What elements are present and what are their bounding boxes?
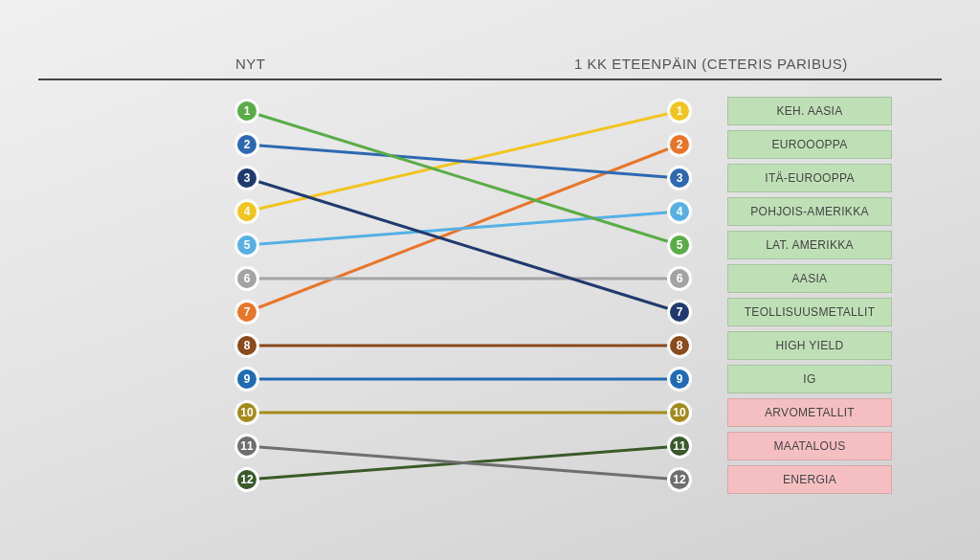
rank-node-left: 2 xyxy=(234,132,259,157)
rank-node-right: 5 xyxy=(667,233,692,258)
header-left: NYT xyxy=(235,56,266,72)
category-label: EUROOOPPA xyxy=(727,130,892,159)
category-label: MAATALOUS xyxy=(727,432,892,460)
rank-node-right: 7 xyxy=(667,300,692,325)
category-label: ENERGIA xyxy=(727,465,892,494)
rank-node-right: 6 xyxy=(667,266,692,291)
category-label: ITÄ-EUROOPPA xyxy=(727,164,892,192)
header-right: 1 KK ETEENPÄIN (CETERIS PARIBUS) xyxy=(574,56,848,72)
slope-line xyxy=(247,178,679,312)
category-label: LAT. AMERIKKA xyxy=(727,231,892,259)
slope-line xyxy=(247,446,679,480)
rank-node-left: 7 xyxy=(234,300,259,325)
rank-node-right: 4 xyxy=(667,199,692,224)
rank-node-right: 2 xyxy=(667,132,692,157)
rank-node-left: 6 xyxy=(234,266,259,291)
rank-node-left: 3 xyxy=(234,166,259,190)
rank-node-left: 8 xyxy=(234,333,259,358)
header-rule xyxy=(38,78,942,80)
rank-node-left: 1 xyxy=(234,99,259,123)
rank-node-left: 5 xyxy=(234,233,259,258)
rank-node-right: 3 xyxy=(667,166,692,190)
rank-node-right: 12 xyxy=(667,467,692,492)
rank-node-left: 10 xyxy=(234,400,259,425)
rank-node-right: 11 xyxy=(667,434,692,459)
category-label: KEH. AASIA xyxy=(727,97,892,125)
slope-chart: NYT 1 KK ETEENPÄIN (CETERIS PARIBUS) 472… xyxy=(0,0,980,560)
rank-node-right: 9 xyxy=(667,367,692,392)
category-label: TEOLLISUUSMETALLIT xyxy=(727,298,892,326)
rank-node-left: 4 xyxy=(234,199,259,224)
slope-line xyxy=(247,111,679,212)
slope-line xyxy=(247,212,679,245)
slope-line xyxy=(247,145,679,312)
category-label: HIGH YIELD xyxy=(727,331,892,360)
rank-node-left: 9 xyxy=(234,367,259,392)
rank-node-left: 11 xyxy=(234,434,259,459)
slope-line xyxy=(247,446,679,480)
rank-node-right: 1 xyxy=(667,99,692,123)
category-label: AASIA xyxy=(727,264,892,293)
rank-node-right: 8 xyxy=(667,333,692,358)
slope-line xyxy=(247,111,679,245)
rank-node-left: 12 xyxy=(234,467,259,492)
slope-line xyxy=(247,145,679,178)
category-label: POHJOIS-AMERIKKA xyxy=(727,197,892,226)
rank-node-right: 10 xyxy=(667,400,692,425)
category-label: ARVOMETALLIT xyxy=(727,398,892,427)
category-label: IG xyxy=(727,365,892,393)
